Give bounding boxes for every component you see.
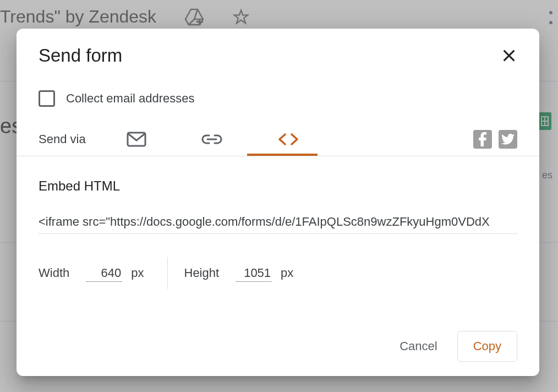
facebook-share-button[interactable] bbox=[473, 130, 492, 149]
dimension-divider bbox=[167, 257, 168, 289]
dialog-title: Send form bbox=[39, 45, 122, 66]
embed-html-title: Embed HTML bbox=[39, 178, 517, 194]
cancel-button[interactable]: Cancel bbox=[394, 331, 442, 361]
twitter-icon bbox=[501, 134, 515, 145]
height-unit: px bbox=[281, 266, 293, 280]
tab-link[interactable] bbox=[201, 129, 222, 149]
embed-icon bbox=[277, 133, 299, 146]
send-via-label: Send via bbox=[39, 132, 127, 146]
height-label: Height bbox=[184, 266, 220, 280]
facebook-icon bbox=[478, 132, 487, 146]
close-icon bbox=[501, 48, 517, 63]
active-tab-underline bbox=[247, 154, 318, 156]
tab-embed[interactable] bbox=[277, 129, 299, 149]
width-unit: px bbox=[131, 266, 144, 280]
close-button[interactable] bbox=[501, 47, 517, 64]
height-input[interactable] bbox=[236, 265, 272, 282]
collect-emails-label: Collect email addresses bbox=[66, 91, 195, 106]
tab-email[interactable] bbox=[127, 129, 146, 149]
embed-code-input[interactable] bbox=[39, 210, 517, 234]
copy-button[interactable]: Copy bbox=[457, 331, 517, 362]
width-label: Width bbox=[39, 266, 69, 280]
send-form-dialog: Send form Collect email addresses Send v… bbox=[17, 29, 539, 376]
collect-emails-checkbox[interactable] bbox=[39, 90, 55, 107]
twitter-share-button[interactable] bbox=[499, 130, 517, 149]
link-icon bbox=[201, 134, 222, 145]
width-input[interactable] bbox=[86, 265, 122, 282]
email-icon bbox=[127, 132, 146, 147]
